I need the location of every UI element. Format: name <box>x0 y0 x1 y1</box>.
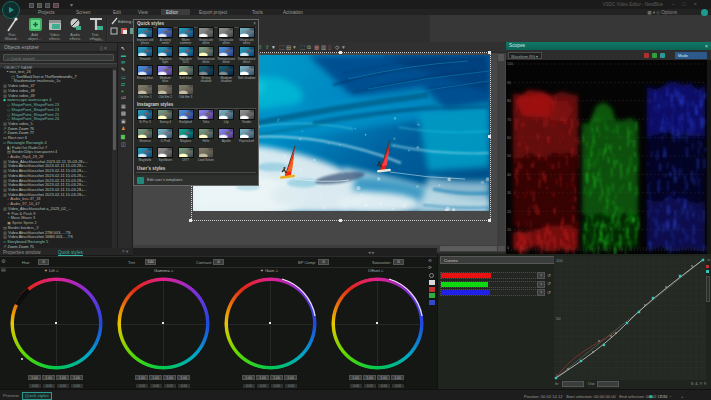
svg-text:90: 90 <box>507 81 511 85</box>
svg-text:100: 100 <box>507 62 513 66</box>
svg-text:70: 70 <box>507 118 511 122</box>
svg-text:20: 20 <box>507 210 511 214</box>
svg-text:60: 60 <box>507 136 511 140</box>
svg-text:10: 10 <box>507 228 511 232</box>
svg-text:80: 80 <box>507 99 511 103</box>
svg-text:30: 30 <box>507 191 511 195</box>
svg-text:50: 50 <box>507 154 511 158</box>
svg-text:100: 100 <box>556 258 563 263</box>
svg-text:50: 50 <box>556 316 561 321</box>
svg-text:40: 40 <box>507 173 511 177</box>
